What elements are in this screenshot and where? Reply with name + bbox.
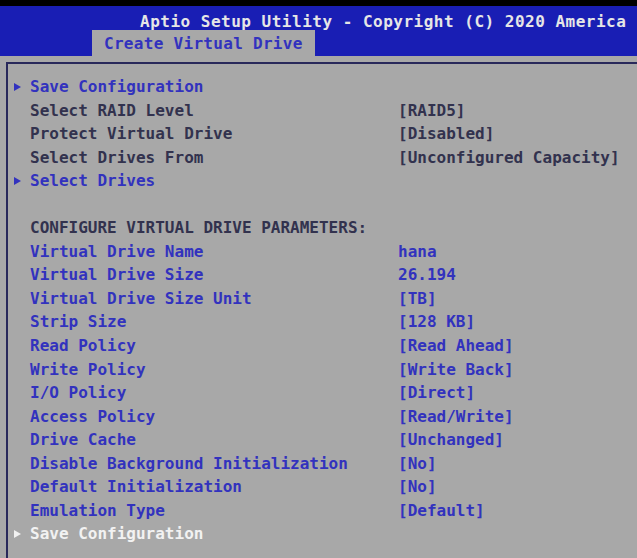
menu-item-label: Protect Virtual Drive bbox=[30, 124, 232, 143]
menu-item-value: [Disabled] bbox=[398, 122, 494, 146]
menu-item-label: Save Configuration bbox=[30, 524, 203, 543]
menu-item-label: Drive Cache bbox=[30, 430, 136, 449]
submenu-arrow-icon bbox=[14, 530, 21, 538]
menu-item-label: Strip Size bbox=[30, 312, 126, 331]
menu-item-label: Disable Background Initialization bbox=[30, 454, 348, 473]
menu-item[interactable]: Read Policy [Read Ahead] bbox=[8, 334, 637, 358]
bios-screen: { "window": { "title": "Aptio Setup Util… bbox=[0, 0, 637, 558]
menu-item-value: [Default] bbox=[398, 499, 485, 523]
menu-item[interactable]: Select RAID Level [RAID5] bbox=[8, 99, 637, 123]
menu-item: CONFIGURE VIRTUAL DRIVE PARAMETERS: bbox=[8, 216, 637, 240]
menu-item-label: Virtual Drive Size bbox=[30, 265, 203, 284]
menu-item-value: [No] bbox=[398, 452, 437, 476]
menu-item-value: [RAID5] bbox=[398, 99, 465, 123]
menu-item[interactable]: Virtual Drive Name hana bbox=[8, 240, 637, 264]
tab-create-virtual-drive[interactable]: Create Virtual Drive bbox=[92, 30, 315, 56]
menu-item-label: Save Configuration bbox=[30, 77, 203, 96]
menu-item-value: [TB] bbox=[398, 287, 437, 311]
submenu-arrow-icon bbox=[14, 177, 21, 185]
menu-item-label: Select RAID Level bbox=[30, 101, 194, 120]
menu-item-value: [Read Ahead] bbox=[398, 334, 514, 358]
menu-item[interactable]: Virtual Drive Size Unit [TB] bbox=[8, 287, 637, 311]
menu-item-value: hana bbox=[398, 240, 437, 264]
menu-item[interactable]: Select Drives From [Unconfigured Capacit… bbox=[8, 146, 637, 170]
menu-item-label: Access Policy bbox=[30, 407, 155, 426]
submenu-arrow-icon bbox=[14, 83, 21, 91]
menu-item[interactable]: Drive Cache [Unchanged] bbox=[8, 428, 637, 452]
menu-item-value: [Unchanged] bbox=[398, 428, 504, 452]
menu-item-label: Default Initialization bbox=[30, 477, 242, 496]
menu-item[interactable]: Disable Background Initialization [No] bbox=[8, 452, 637, 476]
menu-list: Save Configuration Select RAID Level [RA… bbox=[8, 75, 637, 546]
menu-item[interactable]: I/O Policy [Direct] bbox=[8, 381, 637, 405]
app-title: Aptio Setup Utility - Copyright (C) 2020… bbox=[140, 12, 626, 31]
menu-item[interactable]: Protect Virtual Drive [Disabled] bbox=[8, 122, 637, 146]
menu-item[interactable]: Emulation Type [Default] bbox=[8, 499, 637, 523]
menu-item[interactable]: Virtual Drive Size 26.194 bbox=[8, 263, 637, 287]
title-bar: Aptio Setup Utility - Copyright (C) 2020… bbox=[0, 6, 637, 56]
menu-item-value: [Read/Write] bbox=[398, 405, 514, 429]
menu-item-label: I/O Policy bbox=[30, 383, 126, 402]
menu-item-label: Select Drives bbox=[30, 171, 155, 190]
menu-item-value: [128 KB] bbox=[398, 310, 475, 334]
menu-item-value: [Unconfigured Capacity] bbox=[398, 146, 620, 170]
menu-item-label: Virtual Drive Size Unit bbox=[30, 289, 252, 308]
menu-item[interactable]: Strip Size [128 KB] bbox=[8, 310, 637, 334]
menu-item-label: CONFIGURE VIRTUAL DRIVE PARAMETERS: bbox=[30, 218, 367, 237]
menu-item-value: [Write Back] bbox=[398, 358, 514, 382]
menu-item[interactable]: Save Configuration bbox=[8, 522, 637, 546]
menu-item-label: Emulation Type bbox=[30, 501, 165, 520]
menu-item[interactable]: Default Initialization [No] bbox=[8, 475, 637, 499]
menu-item[interactable]: Access Policy [Read/Write] bbox=[8, 405, 637, 429]
menu-item[interactable]: Select Drives bbox=[8, 169, 637, 193]
menu-item[interactable]: Save Configuration bbox=[8, 75, 637, 99]
menu-item-label: Virtual Drive Name bbox=[30, 242, 203, 261]
menu-item-label: Write Policy bbox=[30, 360, 146, 379]
menu-item-value: 26.194 bbox=[398, 263, 456, 287]
menu-item bbox=[8, 193, 637, 217]
menu-item-label: Read Policy bbox=[30, 336, 136, 355]
menu-item-label: Select Drives From bbox=[30, 148, 203, 167]
menu-item-value: [Direct] bbox=[398, 381, 475, 405]
menu-item[interactable]: Write Policy [Write Back] bbox=[8, 358, 637, 382]
menu-item-value: [No] bbox=[398, 475, 437, 499]
